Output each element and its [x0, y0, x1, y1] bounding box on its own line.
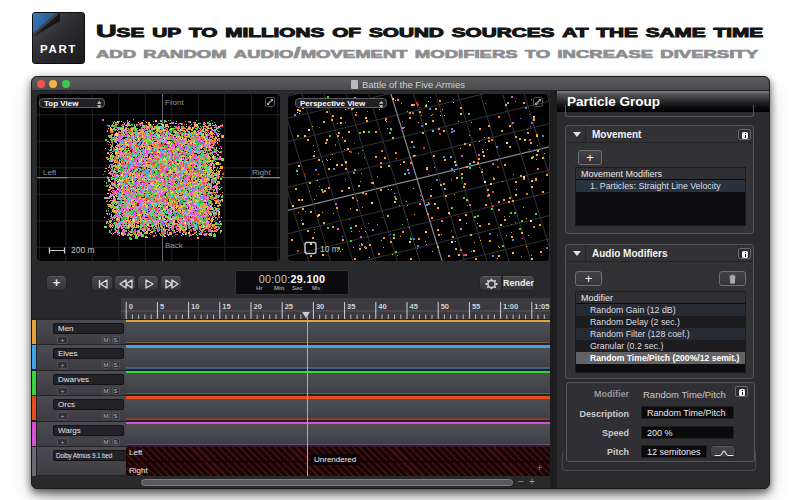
svg-text:30: 30 — [316, 302, 324, 311]
svg-text:20: 20 — [254, 302, 262, 311]
svg-text:5: 5 — [160, 302, 164, 311]
svg-text:50: 50 — [441, 302, 449, 311]
svg-text:45: 45 — [410, 302, 418, 311]
svg-text:0: 0 — [129, 302, 133, 311]
svg-text:40: 40 — [378, 302, 386, 311]
svg-text:1:00: 1:00 — [503, 302, 518, 311]
svg-text:10: 10 — [191, 302, 199, 311]
svg-text:55: 55 — [472, 302, 480, 311]
svg-text:10 m: 10 m — [320, 244, 339, 254]
svg-text:add random audio/movement modi: add random audio/movement modifiers to i… — [96, 44, 759, 61]
svg-text:35: 35 — [347, 302, 355, 311]
svg-text:1:05: 1:05 — [534, 302, 549, 311]
svg-text:200 m: 200 m — [71, 245, 95, 255]
svg-text:Use up to millions of sound so: Use up to millions of sound sources at t… — [96, 22, 763, 40]
svg-text:15: 15 — [222, 302, 230, 311]
svg-text:25: 25 — [285, 302, 293, 311]
